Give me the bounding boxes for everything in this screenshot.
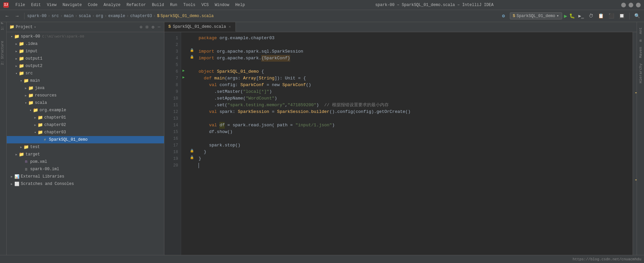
toolbar-btn-7[interactable]: 🔲	[618, 12, 626, 19]
project-panel-header: 📁 Project ▾ ⊙ ⊟ ⚙ —	[7, 22, 164, 32]
side-tab-maven[interactable]: Maven	[638, 44, 643, 61]
tab-close-button[interactable]: ✕	[228, 24, 232, 29]
close-button[interactable]	[636, 3, 641, 7]
run-config-selector[interactable]: S SparkSQL_01_demo ▾	[510, 12, 562, 19]
tree-item-main[interactable]: ▾ 📁 main	[7, 77, 164, 84]
arrow-iml	[19, 167, 23, 172]
breadcrumb-example[interactable]: example	[108, 14, 125, 18]
structure-tab-icon[interactable]: 2: Structure	[1, 60, 6, 65]
tree-item-output2[interactable]: ▶ 📁 output2	[7, 62, 164, 70]
debug-button[interactable]: 🐛	[569, 13, 575, 19]
side-tab-hierarchy[interactable]: Hierarchy	[638, 61, 643, 86]
label-target: target	[25, 152, 40, 157]
side-tab-ant[interactable]: Ant	[638, 25, 643, 37]
breadcrumb-spark00[interactable]: spark-00	[27, 14, 47, 18]
build-icon[interactable]: ⚙	[499, 12, 508, 20]
menu-help[interactable]: Help	[232, 2, 248, 8]
breadcrumb-scala[interactable]: scala	[79, 14, 91, 18]
tree-item-spark00[interactable]: ▾ 📁 spark-00 C:\mi\work\spark-00	[7, 33, 164, 40]
run-arrow-6[interactable]: ▶	[182, 68, 185, 73]
tree-item-resources[interactable]: ▶ 📁 resources	[7, 92, 164, 99]
line-num-11: 11	[164, 102, 178, 109]
tree-item-chapter02[interactable]: ▶ 📁 chapter02	[7, 121, 164, 129]
hide-panel-button[interactable]: —	[157, 24, 161, 30]
tree-item-idea[interactable]: ▶ 📁 .idea	[7, 40, 164, 48]
project-panel-title: 📁 Project ▾	[9, 24, 36, 29]
tab-sparksql01demo[interactable]: S SparkSQL_01_demo.scala ✕	[164, 22, 236, 32]
menu-code[interactable]: Code	[85, 2, 100, 8]
toolbar-btn-5[interactable]: 📋	[597, 12, 605, 19]
tree-item-sparksql01demo[interactable]: ⚡ SparkSQL_01_demo	[7, 136, 164, 143]
tree-item-orgexample[interactable]: ▾ 📁 org.example	[7, 107, 164, 114]
tree-item-test[interactable]: ▶ 📁 test	[7, 143, 164, 151]
label-spark00: spark-00	[21, 34, 40, 39]
maximize-button[interactable]	[629, 3, 633, 7]
menu-navigate[interactable]: Navigate	[60, 2, 85, 8]
collapse-all-button[interactable]: ⊟	[145, 24, 150, 30]
menu-vcs[interactable]: VCS	[199, 2, 212, 8]
tree-item-pomxml[interactable]: m pom.xml	[7, 158, 164, 166]
label-input: input	[25, 49, 38, 54]
tree-item-output1[interactable]: ▶ 📁 output1	[7, 55, 164, 62]
tree-item-scala[interactable]: ▾ 📁 scala	[7, 99, 164, 107]
tree-item-extlibs[interactable]: ▶ 📊 External Libraries	[7, 173, 164, 180]
menu-file[interactable]: File	[13, 2, 28, 8]
run-arrow-7[interactable]: ▶	[182, 75, 185, 79]
folder-icon-output1: 📁	[19, 56, 24, 61]
breadcrumb-src[interactable]: src	[52, 14, 59, 18]
menu-analyze[interactable]: Analyze	[101, 2, 123, 8]
run-config-dropdown-icon: ▾	[556, 13, 559, 18]
profile-button[interactable]: ⏱	[587, 13, 595, 19]
folder-icon-chapter03: 📁	[38, 130, 43, 135]
breadcrumb-file[interactable]: S SparkSQL_01_demo.scala	[157, 14, 214, 18]
label-chapter03: chapter03	[44, 130, 66, 135]
main-area: 1: Project 2: Structure 📁 Project ▾ ⊙ ⊟ …	[0, 22, 644, 255]
locate-file-button[interactable]: ⊙	[139, 24, 144, 30]
scroll-mark-2	[635, 180, 637, 180]
menu-view[interactable]: View	[44, 2, 59, 8]
run-button[interactable]: ▶	[564, 13, 568, 19]
toolbar-btn-6[interactable]: ⬛	[607, 12, 615, 19]
label-java: java	[35, 86, 45, 90]
breadcrumb-chapter03[interactable]: chapter03	[130, 14, 152, 18]
tree-item-target[interactable]: ▶ 📁 target	[7, 151, 164, 158]
line-num-2: 2	[164, 42, 178, 48]
folder-icon-target: 📁	[19, 152, 24, 157]
scroll-indicator	[633, 32, 637, 255]
tree-item-iml[interactable]: 🗎 spark-00.iml	[7, 166, 164, 173]
side-tab-m[interactable]: m	[638, 37, 643, 45]
code-editor[interactable]: package org.example.chapter03 import org…	[195, 32, 633, 255]
label-scratches: Scratches and Consoles	[21, 182, 74, 186]
menu-edit[interactable]: Edit	[29, 2, 44, 8]
arrow-test: ▶	[19, 145, 23, 149]
minimize-button[interactable]	[621, 3, 626, 7]
arrow-output2: ▶	[14, 64, 19, 68]
tree-item-chapter01[interactable]: ▶ 📁 chapter01	[7, 114, 164, 121]
code-line-3: import org.apache.spark.sql.SparkSession	[199, 48, 629, 55]
menu-window[interactable]: Window	[212, 2, 232, 8]
back-button[interactable]: ←	[3, 12, 11, 20]
tree-item-chapter03[interactable]: ▾ 📁 chapter03	[7, 129, 164, 136]
menu-refactor[interactable]: Refactor	[124, 2, 149, 8]
scroll-mark-1	[635, 92, 637, 93]
menu-run[interactable]: Run	[167, 2, 180, 8]
breadcrumb-org[interactable]: org	[96, 14, 103, 18]
tree-item-input[interactable]: ▶ 📁 input	[7, 48, 164, 55]
search-everywhere-button[interactable]: 🔍	[633, 12, 641, 19]
arrow-resources: ▶	[23, 93, 28, 98]
run-config-name: SparkSQL_01_demo	[517, 14, 555, 18]
tree-item-src[interactable]: ▾ 📁 src	[7, 70, 164, 77]
settings-button[interactable]: ⚙	[151, 24, 155, 30]
project-tab-icon[interactable]: 1: Project	[1, 25, 6, 30]
coverage-button[interactable]: ▶̳	[577, 12, 585, 19]
tab-file-icon: S	[168, 24, 171, 29]
menu-build[interactable]: Build	[149, 2, 167, 8]
tree-item-scratches[interactable]: ▶ ⬜ Scratches and Consoles	[7, 180, 164, 188]
line-num-13: 13	[164, 115, 178, 122]
forward-button[interactable]: →	[13, 12, 21, 20]
line-num-12: 12	[164, 109, 178, 115]
menu-tools[interactable]: Tools	[181, 2, 198, 8]
breadcrumb-main[interactable]: main	[64, 14, 74, 18]
label-idea: .idea	[25, 42, 38, 46]
tree-item-java[interactable]: ▶ 📁 java	[7, 84, 164, 92]
